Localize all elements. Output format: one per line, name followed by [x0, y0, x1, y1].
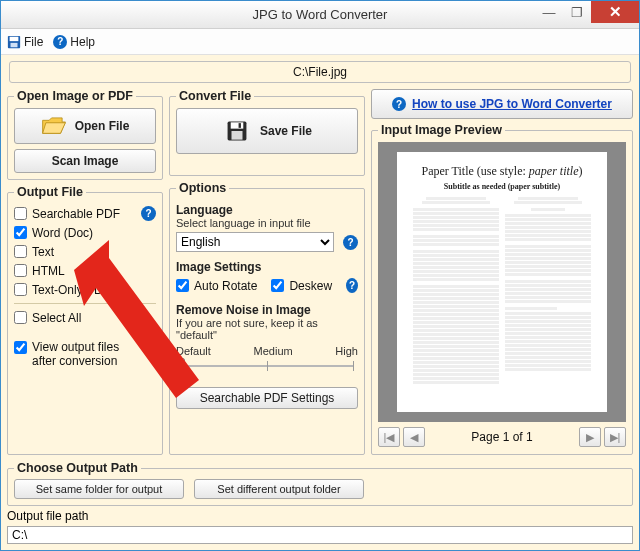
checkbox-auto-rotate[interactable]	[176, 279, 189, 292]
noise-slider-labels: Default Medium High	[176, 345, 358, 357]
titlebar: JPG to Word Converter — ❐ ✕	[1, 1, 639, 29]
help-icon: ?	[392, 97, 406, 111]
menu-file-label: File	[24, 35, 43, 49]
label-view-after: View output files after conversion	[32, 341, 119, 369]
save-icon	[7, 35, 21, 49]
pager-page-label: Page 1 of 1	[428, 430, 576, 444]
label-html: HTML	[32, 264, 65, 278]
menu-help-label: Help	[70, 35, 95, 49]
output-checkbox-text-only-pdf[interactable]: Text-Only PDF	[14, 280, 156, 299]
choose-output-path-box: Choose Output Path Set same folder for o…	[7, 461, 633, 506]
output-checkbox-html[interactable]: HTML	[14, 261, 156, 280]
svg-rect-4	[231, 122, 244, 128]
pager-prev-button[interactable]: ◀	[403, 427, 425, 447]
output-file-box: Output File Searchable PDF ? Word (Doc) …	[7, 185, 163, 455]
output-file-path-label: Output file path	[7, 509, 88, 523]
label-deskew: Deskew	[289, 279, 332, 293]
searchable-pdf-settings-button[interactable]: Searchable PDF Settings	[176, 387, 358, 409]
checkbox-searchable-pdf[interactable]	[14, 207, 27, 220]
open-image-legend: Open Image or PDF	[14, 89, 136, 103]
checkbox-text[interactable]	[14, 245, 27, 258]
checkbox-text-only-pdf[interactable]	[14, 283, 27, 296]
language-heading: Language	[176, 203, 358, 217]
select-all-row[interactable]: Select All	[14, 308, 156, 327]
searchable-pdf-settings-label: Searchable PDF Settings	[200, 391, 335, 405]
pager-first-button[interactable]: |◀	[378, 427, 400, 447]
preview-paper-title: Paper Title (use style: paper title)	[413, 164, 591, 179]
checkbox-word-doc[interactable]	[14, 226, 27, 239]
floppy-disk-icon	[222, 116, 252, 146]
input-preview-box: Input Image Preview Paper Title (use sty…	[371, 123, 633, 455]
pager-next-button[interactable]: ▶	[579, 427, 601, 447]
output-file-legend: Output File	[14, 185, 86, 199]
checkbox-html[interactable]	[14, 264, 27, 277]
help-icon[interactable]: ?	[141, 206, 156, 221]
deskew-row[interactable]: Deskew	[271, 276, 332, 295]
label-searchable-pdf: Searchable PDF	[32, 207, 120, 221]
set-different-folder-label: Set different output folder	[217, 483, 340, 495]
columns: Open Image or PDF Open File Scan Image O…	[7, 89, 633, 455]
preview-page: Paper Title (use style: paper title) Sub…	[397, 152, 607, 412]
help-icon[interactable]: ?	[343, 235, 358, 250]
output-file-path-row: Output file path	[7, 509, 633, 523]
auto-rotate-row[interactable]: Auto Rotate	[176, 276, 257, 295]
output-file-path-input-row	[7, 526, 633, 544]
set-different-folder-button[interactable]: Set different output folder	[194, 479, 364, 499]
scan-image-label: Scan Image	[52, 154, 119, 168]
howto-label: How to use JPG to Word Converter	[412, 97, 612, 111]
remove-noise-heading: Remove Noise in Image	[176, 303, 358, 317]
convert-file-legend: Convert File	[176, 89, 254, 103]
preview-body	[413, 197, 591, 396]
svg-rect-6	[239, 123, 241, 128]
scan-image-button[interactable]: Scan Image	[14, 149, 156, 173]
save-file-button[interactable]: Save File	[176, 108, 358, 154]
checkbox-select-all[interactable]	[14, 311, 27, 324]
window-controls: — ❐ ✕	[535, 1, 639, 23]
menubar: File ? Help	[1, 29, 639, 55]
pager-last-button[interactable]: ▶|	[604, 427, 626, 447]
output-checkbox-searchable-pdf[interactable]: Searchable PDF ?	[14, 204, 156, 223]
howto-button[interactable]: ? How to use JPG to Word Converter	[371, 89, 633, 119]
slider-label-high: High	[335, 345, 358, 357]
content-area: C:\File.jpg Open Image or PDF Open File …	[1, 55, 639, 550]
remove-noise-subnote: If you are not sure, keep it as "default…	[176, 317, 358, 341]
label-auto-rotate: Auto Rotate	[194, 279, 257, 293]
output-checkbox-text[interactable]: Text	[14, 242, 156, 261]
choose-output-path-legend: Choose Output Path	[14, 461, 141, 475]
menu-file[interactable]: File	[7, 35, 43, 49]
label-word-doc: Word (Doc)	[32, 226, 93, 240]
view-after-row[interactable]: View output files after conversion	[14, 341, 156, 369]
separator	[14, 303, 156, 304]
folder-open-icon	[41, 115, 67, 137]
help-icon[interactable]: ?	[346, 278, 358, 293]
right-column: ? How to use JPG to Word Converter Input…	[371, 89, 633, 455]
options-box: Options Language Select language in inpu…	[169, 181, 365, 455]
convert-file-box: Convert File Save File	[169, 89, 365, 176]
maximize-button[interactable]: ❐	[563, 1, 591, 23]
label-text-only-pdf: Text-Only PDF	[32, 283, 110, 297]
close-button[interactable]: ✕	[591, 1, 639, 23]
checkbox-deskew[interactable]	[271, 279, 284, 292]
menu-help[interactable]: ? Help	[53, 35, 95, 49]
slider-label-medium: Medium	[254, 345, 293, 357]
output-checkbox-word-doc[interactable]: Word (Doc)	[14, 223, 156, 242]
svg-rect-1	[10, 36, 19, 40]
checkbox-view-after[interactable]	[14, 341, 27, 354]
label-text: Text	[32, 245, 54, 259]
preview-pager: |◀ ◀ Page 1 of 1 ▶ ▶|	[378, 426, 626, 448]
open-file-button[interactable]: Open File	[14, 108, 156, 144]
left-column: Open Image or PDF Open File Scan Image O…	[7, 89, 163, 455]
svg-rect-5	[231, 131, 242, 140]
minimize-button[interactable]: —	[535, 1, 563, 23]
help-icon: ?	[53, 35, 67, 49]
input-filepath-display: C:\File.jpg	[9, 61, 631, 83]
app-window: JPG to Word Converter — ❐ ✕ File ? Help …	[0, 0, 640, 551]
preview-col-right	[505, 197, 591, 396]
language-select[interactable]: English	[176, 232, 334, 252]
preview-col-left	[413, 197, 499, 396]
open-image-box: Open Image or PDF Open File Scan Image	[7, 89, 163, 180]
open-file-label: Open File	[75, 119, 130, 133]
noise-slider[interactable]	[176, 357, 358, 375]
output-file-path-input[interactable]	[7, 526, 633, 544]
set-same-folder-button[interactable]: Set same folder for output	[14, 479, 184, 499]
